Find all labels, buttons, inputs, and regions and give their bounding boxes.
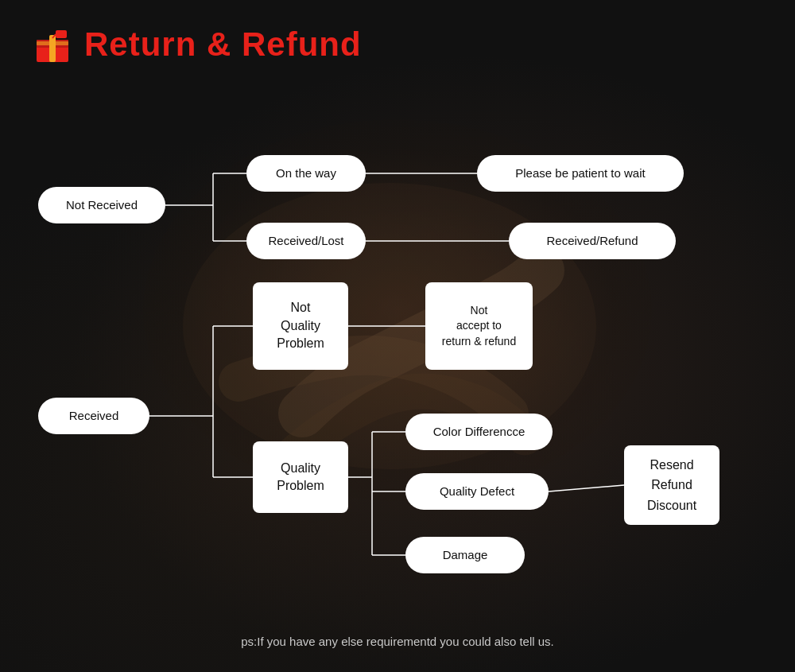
please-wait-node: Please be patient to wait <box>477 155 684 192</box>
received-lost-node: Received/Lost <box>246 223 366 259</box>
footer-note: ps:If you have any else requirementd you… <box>0 635 795 648</box>
resend-refund-discount-node: Resend Refund Discount <box>624 445 719 525</box>
quality-problem-node: Quality Problem <box>253 441 348 513</box>
package-icon <box>32 24 73 65</box>
svg-line-24 <box>549 485 624 491</box>
not-accept-node: Not accept to return & refund <box>425 282 533 370</box>
diagram: Not Received On the way Received/Lost Pl… <box>0 111 795 628</box>
page-content: Return & Refund <box>0 0 795 672</box>
svg-rect-4 <box>49 35 56 62</box>
color-difference-node: Color Differencce <box>405 414 553 450</box>
not-quality-problem-node: Not Quality Problem <box>253 282 348 370</box>
page-title: Return & Refund <box>84 25 362 64</box>
svg-rect-5 <box>37 41 68 45</box>
received-refund-node: Received/Refund <box>509 223 676 259</box>
damage-node: Damage <box>405 537 525 573</box>
quality-defect-node: Quality Defect <box>405 473 549 510</box>
svg-rect-6 <box>56 30 67 38</box>
header: Return & Refund <box>0 0 795 81</box>
received-node: Received <box>38 398 149 434</box>
not-received-node: Not Received <box>38 187 165 223</box>
on-the-way-node: On the way <box>246 155 366 192</box>
